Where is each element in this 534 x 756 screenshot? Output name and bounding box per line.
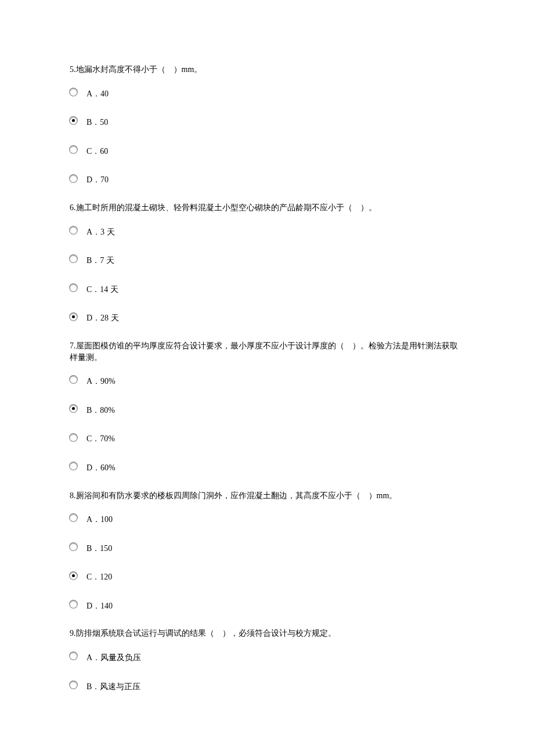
radio-button[interactable]	[70, 462, 77, 470]
option-row: D．28 天	[70, 312, 464, 324]
radio-button[interactable]	[70, 88, 77, 96]
option-row: B．7 天	[70, 255, 464, 267]
option-label: C．60	[86, 146, 108, 157]
question-7: 7.屋面图模仿谁的平均厚度应符合设计要求，最小厚度不应小于设计厚度的（ ）。检验…	[70, 340, 464, 474]
option-label: A．100	[86, 514, 113, 525]
option-label: C．70%	[86, 433, 115, 445]
radio-button[interactable]	[70, 405, 77, 412]
radio-button[interactable]	[70, 313, 77, 321]
question-text: 5.地漏水封高度不得小于（ ）mm。	[70, 64, 464, 75]
question-text: 8.厕浴间和有防水要求的楼板四周除门洞外，应作混凝土翻边，其高度不应小于（ ）m…	[70, 490, 464, 502]
option-row: B．150	[70, 543, 464, 555]
option-label: B．150	[86, 543, 112, 555]
radio-button[interactable]	[70, 117, 77, 124]
option-row: D．60%	[70, 462, 464, 474]
option-row: A．40	[70, 88, 464, 100]
option-row: D．140	[70, 600, 464, 612]
option-row: A．风量及负压	[70, 652, 464, 664]
radio-button[interactable]	[70, 284, 77, 291]
option-label: C．14 天	[86, 284, 118, 296]
option-label: C．120	[86, 571, 112, 583]
option-row: C．70%	[70, 433, 464, 445]
option-label: D．28 天	[86, 312, 119, 324]
radio-button[interactable]	[70, 146, 77, 153]
option-row: D．70	[70, 174, 464, 186]
option-row: A．3 天	[70, 226, 464, 238]
option-row: B．80%	[70, 405, 464, 416]
option-label: B．风速与正压	[86, 681, 140, 693]
option-label: D．140	[86, 600, 113, 612]
option-label: A．40	[86, 88, 109, 100]
option-row: A．90%	[70, 376, 464, 387]
option-row: C．120	[70, 571, 464, 583]
radio-button[interactable]	[70, 543, 77, 550]
option-label: D．60%	[86, 462, 116, 474]
option-row: B．50	[70, 117, 464, 128]
radio-button[interactable]	[70, 681, 77, 689]
question-6: 6.施工时所用的混凝土砌块、轻骨料混凝土小型空心砌块的产品龄期不应小于（ ）。A…	[70, 202, 464, 324]
option-label: A．90%	[86, 376, 116, 387]
option-row: C．60	[70, 146, 464, 157]
option-label: A．风量及负压	[86, 652, 141, 664]
question-9: 9.防排烟系统联合试运行与调试的结果（ ），必须符合设计与校方规定。A．风量及负…	[70, 628, 464, 692]
question-text: 9.防排烟系统联合试运行与调试的结果（ ），必须符合设计与校方规定。	[70, 628, 464, 639]
radio-button[interactable]	[70, 572, 77, 579]
option-label: B．50	[86, 117, 108, 128]
option-label: B．80%	[86, 405, 115, 416]
question-text: 6.施工时所用的混凝土砌块、轻骨料混凝土小型空心砌块的产品龄期不应小于（ ）。	[70, 202, 464, 214]
radio-button[interactable]	[70, 600, 77, 608]
option-row: B．风速与正压	[70, 681, 464, 693]
radio-button[interactable]	[70, 514, 77, 521]
radio-button[interactable]	[70, 434, 77, 441]
option-row: A．100	[70, 514, 464, 525]
option-label: D．70	[86, 174, 109, 186]
question-5: 5.地漏水封高度不得小于（ ）mm。A．40B．50C．60D．70	[70, 64, 464, 186]
question-text: 7.屋面图模仿谁的平均厚度应符合设计要求，最小厚度不应小于设计厚度的（ ）。检验…	[70, 340, 464, 363]
option-row: C．14 天	[70, 284, 464, 296]
option-label: B．7 天	[86, 255, 114, 267]
option-label: A．3 天	[86, 226, 115, 238]
radio-button[interactable]	[70, 255, 77, 262]
radio-button[interactable]	[70, 376, 77, 383]
radio-button[interactable]	[70, 652, 77, 660]
question-8: 8.厕浴间和有防水要求的楼板四周除门洞外，应作混凝土翻边，其高度不应小于（ ）m…	[70, 490, 464, 612]
radio-button[interactable]	[70, 226, 77, 234]
radio-button[interactable]	[70, 175, 77, 182]
